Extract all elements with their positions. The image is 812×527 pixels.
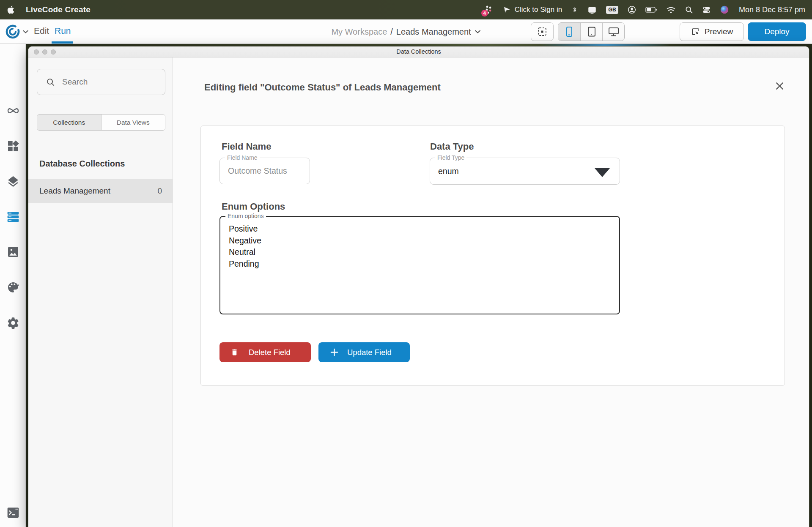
terminal-icon[interactable] [5,505,21,520]
menubar-app-name[interactable]: LiveCode Create [26,5,91,14]
search-placeholder: Search [62,77,88,87]
collections-panel: Search Collections Data Views Database C… [28,57,173,527]
data-collections-window: Data Collections Search Collections Data… [28,46,809,527]
sign-in-label: Click to Sign in [515,5,562,14]
enum-options-floating-label: Enum options [225,213,266,220]
fit-frame-button[interactable] [531,22,554,41]
search-input[interactable]: Search [37,69,165,95]
battery-icon[interactable] [645,6,657,14]
plus-icon [329,347,339,357]
panel-section-title: Database Collections [39,159,125,169]
breadcrumb-workspace[interactable]: My Workspace [331,27,387,37]
display-icon[interactable] [587,5,597,14]
field-name-input[interactable]: Field Name Outcome Status [219,158,310,184]
preview-label: Preview [705,27,733,36]
enum-options-heading: Enum Options [222,201,285,212]
tab-data-views[interactable]: Data Views [102,115,165,130]
field-editor-card: Field Name Field Name Outcome Status Dat… [200,126,785,386]
menubar-clock[interactable]: Mon 8 Dec 8:57 pm [739,5,805,14]
close-editor-button[interactable] [774,80,785,91]
field-type-select[interactable]: Field Type enum [430,158,620,185]
update-field-label: Update Field [347,348,392,357]
breadcrumb-separator: / [390,27,393,37]
enum-options-textarea[interactable]: Enum options Positive Negative Neutral P… [219,216,620,314]
data-type-heading: Data Type [430,141,474,152]
infinity-icon[interactable] [5,103,21,118]
collection-count: 0 [157,186,162,196]
collection-row-leads-management[interactable]: Leads Management 0 [28,179,173,203]
control-center-icon[interactable] [702,5,711,14]
tray-app-dots-icon[interactable]: 4 [483,4,494,15]
widgets-icon[interactable] [5,139,21,154]
sign-in-item[interactable]: Click to Sign in [503,5,562,14]
wifi-icon[interactable] [666,6,676,14]
editor-heading: Editing field "Outcome Status" of Leads … [204,82,441,93]
update-field-button[interactable]: Update Field [318,342,410,362]
window-zoom-dot[interactable] [51,49,56,55]
siri-icon[interactable] [720,5,729,14]
keyboard-layout-badge[interactable]: GB [606,6,618,14]
screen: LiveCode Create 4 Click to Sign in GB [0,0,812,527]
trash-icon [230,348,239,357]
spotlight-search-icon[interactable] [685,5,693,14]
window-titlebar[interactable]: Data Collections [28,46,809,57]
field-name-floating-label: Field Name [225,154,260,161]
breadcrumb-project[interactable]: Leads Management [396,27,471,37]
apple-icon[interactable] [7,5,15,14]
enum-options-value[interactable]: Positive Negative Neutral Pending [220,217,619,270]
delete-field-label: Delete Field [249,348,291,357]
delete-field-button[interactable]: Delete Field [219,342,311,362]
preview-button[interactable]: Preview [680,22,744,41]
deploy-label: Deploy [764,27,789,36]
notification-badge: 4 [481,10,488,16]
app-toolbar: Edit Run My Workspace / Leads Management [0,19,812,44]
field-name-heading: Field Name [222,141,271,152]
field-editor: Editing field "Outcome Status" of Leads … [173,57,809,527]
layers-icon[interactable] [5,174,21,189]
tab-collections[interactable]: Collections [37,115,102,130]
bluetooth-icon[interactable] [571,5,578,14]
field-type-floating-label: Field Type [435,154,466,161]
panel-tab-group: Collections Data Views [37,114,165,131]
user-account-icon[interactable] [627,5,636,14]
deploy-button[interactable]: Deploy [748,22,806,41]
menu-bar-tray: 4 Click to Sign in GB [483,4,805,15]
device-desktop-button[interactable] [602,23,624,41]
tool-sidebar [0,44,26,527]
database-icon[interactable] [5,209,21,224]
palette-icon[interactable] [5,280,21,295]
device-phone-button[interactable] [558,23,580,41]
window-minimize-dot[interactable] [42,49,47,55]
image-icon[interactable] [5,244,21,259]
gear-icon[interactable] [5,315,21,330]
preview-icon [691,27,700,36]
menu-bar: LiveCode Create 4 Click to Sign in GB [0,0,812,19]
collection-name: Leads Management [39,186,110,196]
breadcrumb-chevron-down-icon[interactable] [475,30,481,34]
device-tablet-button[interactable] [580,23,602,41]
search-icon [46,77,55,87]
window-title: Data Collections [28,46,809,57]
field-name-value[interactable]: Outcome Status [220,158,310,184]
window-close-dot[interactable] [34,49,39,55]
field-type-value: enum [430,158,620,184]
device-preview-group [558,22,625,41]
sign-in-flag-icon [503,6,511,14]
dropdown-caret-icon [595,168,610,177]
